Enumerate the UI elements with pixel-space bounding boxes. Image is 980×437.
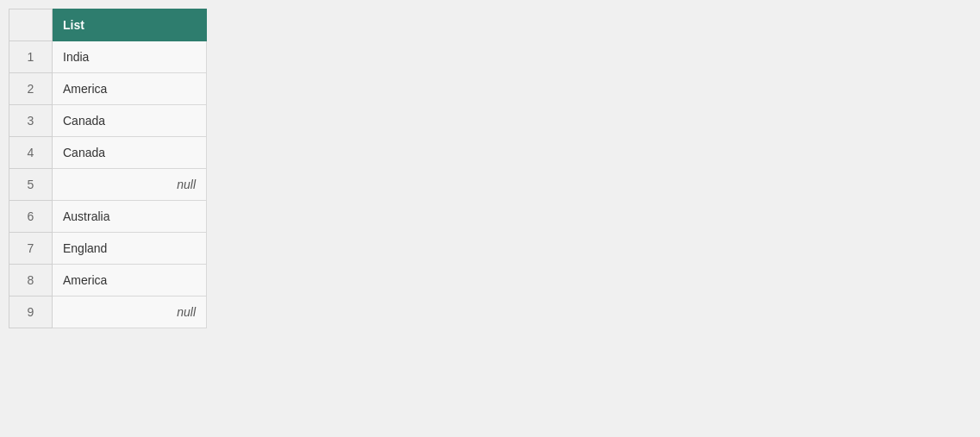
list-column-header: List bbox=[53, 9, 207, 41]
row-index: 5 bbox=[9, 169, 53, 201]
table-row: 2America bbox=[9, 73, 207, 105]
table-row: 6Australia bbox=[9, 201, 207, 233]
row-index: 3 bbox=[9, 105, 53, 137]
table-row: 4Canada bbox=[9, 137, 207, 169]
row-index: 7 bbox=[9, 233, 53, 265]
row-index: 8 bbox=[9, 265, 53, 297]
table-row: 7England bbox=[9, 233, 207, 265]
list-cell: India bbox=[53, 41, 207, 73]
list-cell: Canada bbox=[53, 137, 207, 169]
table-row: 5null bbox=[9, 169, 207, 201]
list-cell: Australia bbox=[53, 201, 207, 233]
table-row: 1India bbox=[9, 41, 207, 73]
list-cell: America bbox=[53, 265, 207, 297]
row-index: 9 bbox=[9, 297, 53, 328]
list-cell: null bbox=[53, 169, 207, 201]
table-row: 9null bbox=[9, 297, 207, 328]
row-index: 6 bbox=[9, 201, 53, 233]
list-cell: null bbox=[53, 297, 207, 328]
list-cell: Canada bbox=[53, 105, 207, 137]
table-row: 8America bbox=[9, 265, 207, 297]
table-row: 3Canada bbox=[9, 105, 207, 137]
row-number-header bbox=[9, 9, 53, 41]
data-table: List 1India2America3Canada4Canada5null6A… bbox=[9, 9, 207, 328]
list-cell: England bbox=[53, 233, 207, 265]
row-index: 1 bbox=[9, 41, 53, 73]
row-index: 2 bbox=[9, 73, 53, 105]
list-cell: America bbox=[53, 73, 207, 105]
row-index: 4 bbox=[9, 137, 53, 169]
